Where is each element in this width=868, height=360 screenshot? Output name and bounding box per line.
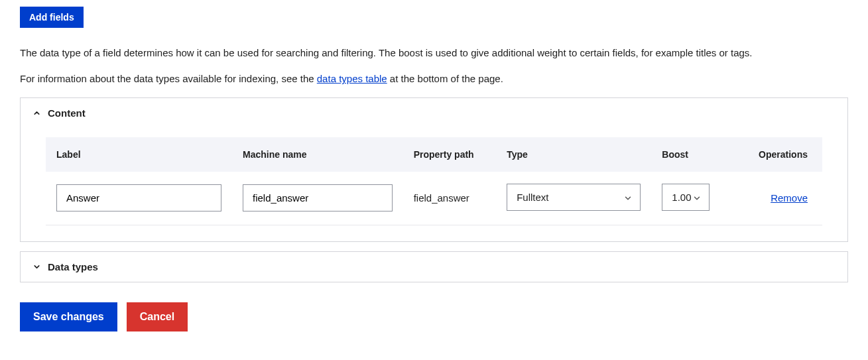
col-label: Label: [46, 137, 232, 172]
label-input[interactable]: [56, 184, 221, 211]
machine-name-input[interactable]: [243, 184, 393, 211]
chevron-down-icon: [32, 263, 41, 271]
data-types-panel: Data types: [20, 251, 848, 282]
remove-link[interactable]: Remove: [771, 192, 808, 204]
content-panel: Content Label Machine name Property path…: [20, 97, 848, 242]
fields-table: Label Machine name Property path Type Bo…: [46, 137, 822, 225]
type-select[interactable]: Fulltext: [507, 184, 641, 211]
chevron-up-icon: [32, 109, 41, 117]
intro-text: The data type of a field determines how …: [20, 45, 848, 87]
col-machine-name: Machine name: [232, 137, 403, 172]
data-types-table-link[interactable]: data types table: [317, 73, 387, 84]
col-property-path: Property path: [403, 137, 497, 172]
col-type: Type: [496, 137, 651, 172]
boost-select[interactable]: 1.00: [662, 184, 710, 211]
cancel-button[interactable]: Cancel: [127, 302, 188, 331]
content-panel-title: Content: [48, 107, 86, 119]
data-types-panel-title: Data types: [48, 261, 98, 272]
content-panel-toggle[interactable]: Content: [21, 98, 847, 128]
form-actions: Save changes Cancel: [20, 302, 848, 331]
save-button[interactable]: Save changes: [20, 302, 117, 331]
col-boost: Boost: [651, 137, 729, 172]
property-path-value: field_answer: [403, 172, 497, 225]
col-operations: Operations: [729, 137, 822, 172]
intro-line-1: The data type of a field determines how …: [20, 45, 848, 60]
add-fields-button[interactable]: Add fields: [20, 7, 84, 28]
intro-line-2: For information about the data types ava…: [20, 71, 848, 86]
data-types-panel-toggle[interactable]: Data types: [21, 252, 847, 282]
table-row: field_answer Fulltext 1.00: [46, 172, 822, 225]
